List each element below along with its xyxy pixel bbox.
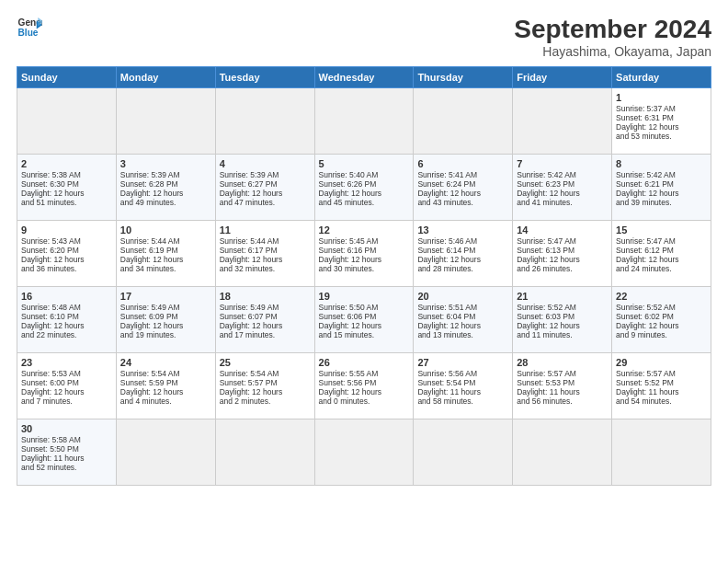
main-title: September 2024 — [514, 15, 711, 44]
calendar-table: Sunday Monday Tuesday Wednesday Thursday… — [17, 66, 711, 486]
table-row: 13Sunrise: 5:46 AMSunset: 6:14 PMDayligh… — [414, 221, 513, 287]
table-row: 14Sunrise: 5:47 AMSunset: 6:13 PMDayligh… — [513, 221, 612, 287]
logo: General Blue — [17, 15, 42, 40]
table-row: 29Sunrise: 5:57 AMSunset: 5:52 PMDayligh… — [612, 353, 711, 419]
table-row: 24Sunrise: 5:54 AMSunset: 5:59 PMDayligh… — [116, 353, 215, 419]
table-row: 10Sunrise: 5:44 AMSunset: 6:19 PMDayligh… — [116, 221, 215, 287]
table-row: 5Sunrise: 5:40 AMSunset: 6:26 PMDaylight… — [314, 155, 414, 221]
table-row: 28Sunrise: 5:57 AMSunset: 5:53 PMDayligh… — [513, 353, 612, 419]
table-row: 11Sunrise: 5:44 AMSunset: 6:17 PMDayligh… — [215, 221, 314, 287]
col-monday: Monday — [116, 67, 215, 88]
table-row: 7Sunrise: 5:42 AMSunset: 6:23 PMDaylight… — [513, 155, 612, 221]
table-row: 15Sunrise: 5:47 AMSunset: 6:12 PMDayligh… — [612, 221, 711, 287]
table-row — [215, 419, 314, 486]
table-row: 23Sunrise: 5:53 AMSunset: 6:00 PMDayligh… — [17, 353, 117, 419]
col-sunday: Sunday — [17, 67, 117, 88]
table-row — [513, 88, 612, 155]
table-row — [612, 419, 711, 486]
table-row — [513, 419, 612, 486]
table-row: 26Sunrise: 5:55 AMSunset: 5:56 PMDayligh… — [314, 353, 414, 419]
table-row: 2Sunrise: 5:38 AMSunset: 6:30 PMDaylight… — [17, 155, 117, 221]
subtitle: Hayashima, Okayama, Japan — [514, 44, 711, 59]
table-row: 30Sunrise: 5:58 AMSunset: 5:50 PMDayligh… — [17, 419, 117, 486]
table-row: 4Sunrise: 5:39 AMSunset: 6:27 PMDaylight… — [215, 155, 314, 221]
table-row: 25Sunrise: 5:54 AMSunset: 5:57 PMDayligh… — [215, 353, 314, 419]
col-tuesday: Tuesday — [215, 67, 314, 88]
col-friday: Friday — [513, 67, 612, 88]
table-row: 16Sunrise: 5:48 AMSunset: 6:10 PMDayligh… — [17, 287, 117, 353]
table-row: 8Sunrise: 5:42 AMSunset: 6:21 PMDaylight… — [612, 155, 711, 221]
col-wednesday: Wednesday — [314, 67, 414, 88]
table-row: 19Sunrise: 5:50 AMSunset: 6:06 PMDayligh… — [314, 287, 414, 353]
logo-icon: General Blue — [17, 15, 42, 40]
table-row: 20Sunrise: 5:51 AMSunset: 6:04 PMDayligh… — [414, 287, 513, 353]
col-saturday: Saturday — [612, 67, 711, 88]
table-row — [116, 88, 215, 155]
table-row: 17Sunrise: 5:49 AMSunset: 6:09 PMDayligh… — [116, 287, 215, 353]
table-row: 12Sunrise: 5:45 AMSunset: 6:16 PMDayligh… — [314, 221, 414, 287]
table-row: 21Sunrise: 5:52 AMSunset: 6:03 PMDayligh… — [513, 287, 612, 353]
table-row — [314, 419, 414, 486]
table-row: 6Sunrise: 5:41 AMSunset: 6:24 PMDaylight… — [414, 155, 513, 221]
table-row — [17, 88, 117, 155]
table-row — [314, 88, 414, 155]
table-row: 22Sunrise: 5:52 AMSunset: 6:02 PMDayligh… — [612, 287, 711, 353]
table-row: 18Sunrise: 5:49 AMSunset: 6:07 PMDayligh… — [215, 287, 314, 353]
col-thursday: Thursday — [414, 67, 513, 88]
table-row: 9Sunrise: 5:43 AMSunset: 6:20 PMDaylight… — [17, 221, 117, 287]
title-area: September 2024 Hayashima, Okayama, Japan — [514, 15, 711, 59]
table-row: 3Sunrise: 5:39 AMSunset: 6:28 PMDaylight… — [116, 155, 215, 221]
table-row — [414, 419, 513, 486]
table-row — [116, 419, 215, 486]
table-row: 1Sunrise: 5:37 AMSunset: 6:31 PMDaylight… — [612, 88, 711, 155]
table-row: 27Sunrise: 5:56 AMSunset: 5:54 PMDayligh… — [414, 353, 513, 419]
table-row — [215, 88, 314, 155]
table-row — [414, 88, 513, 155]
svg-text:Blue: Blue — [18, 28, 39, 38]
